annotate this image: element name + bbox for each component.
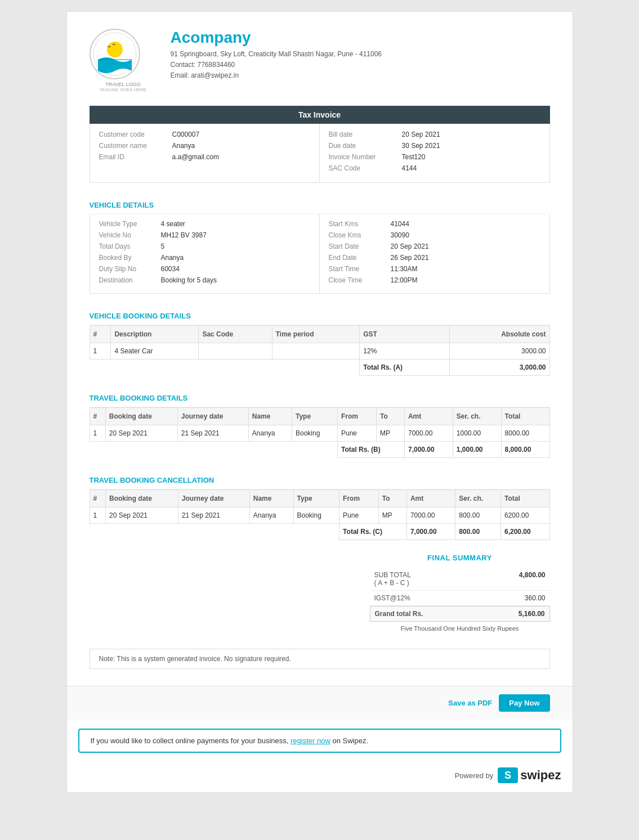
tb-col-name: Name (248, 408, 292, 425)
amount-in-words: Five Thousand One Hundred Sixty Rupees (370, 625, 550, 632)
travel-booking-title: TRAVEL BOOKING DETAILS (90, 387, 550, 407)
tc-row-name: Ananya (249, 507, 293, 524)
vehicle-no-value: MH12 BV 3987 (161, 231, 207, 239)
tc-col-booking-date: Booking date (105, 490, 178, 507)
grand-value: 5,160.00 (519, 610, 545, 618)
destination-label: Destination (99, 276, 161, 284)
travel-cancel-total-amt: 7,000.00 (406, 524, 455, 540)
tc-col-type: Type (293, 490, 339, 507)
subtotal-value: 4,800.00 (519, 571, 546, 587)
company-name: Acompany (171, 29, 382, 47)
row-description: 4 Seater Car (111, 343, 199, 360)
due-date-value: 30 Sep 2021 (402, 142, 440, 150)
tb-row-journey-date: 21 Sep 2021 (177, 425, 248, 442)
tb-row-booking-date: 20 Sep 2021 (105, 425, 177, 442)
subtotal-label: SUB TOTAL( A + B - C ) (374, 571, 411, 587)
pay-now-button[interactable]: Pay Now (499, 694, 549, 712)
travel-booking-header-row: # Booking date Journey date Name Type Fr… (90, 408, 549, 425)
summary-title: FINAL SUMMARY (370, 554, 550, 562)
end-date-value: 26 Sep 2021 (391, 254, 429, 262)
tb-col-amt: Amt (404, 408, 453, 425)
tc-row-ser: 800.00 (455, 507, 501, 524)
tb-col-journey-date: Journey date (177, 408, 248, 425)
vehicle-details-title: VEHICLE DETAILS (90, 194, 550, 214)
note-text: Note: This is a system generated invoice… (99, 655, 291, 663)
travel-booking-table: # Booking date Journey date Name Type Fr… (90, 407, 550, 458)
tc-row-total: 6200.00 (501, 507, 549, 524)
table-row: 1 4 Seater Car 12% 3000.00 (90, 343, 549, 360)
tb-row-ser: 1000.00 (453, 425, 501, 442)
tc-row-booking-date: 20 Sep 2021 (105, 507, 178, 524)
booked-by-value: Ananya (161, 254, 184, 262)
start-date-label: Start Date (329, 242, 391, 250)
close-time-label: Close Time (329, 276, 391, 284)
svg-point-1 (107, 42, 123, 57)
invoice-title: Tax Invoice (90, 106, 550, 124)
invoice-num-label: Invoice Number (329, 153, 402, 161)
company-email: Email: arati@swipez.in (171, 70, 382, 81)
travel-cancel-header-row: # Booking date Journey date Name Type Fr… (90, 490, 549, 507)
travel-cancel-total-ser: 800.00 (455, 524, 501, 540)
register-text-after: on Swipez. (332, 736, 368, 745)
col-description: Description (111, 326, 199, 343)
vehicle-total-value: 3,000.00 (449, 360, 549, 376)
col-time-period: Time period (272, 326, 360, 343)
summary-box: FINAL SUMMARY SUB TOTAL( A + B - C ) 4,8… (370, 554, 550, 632)
customer-name-label: Customer name (99, 142, 172, 150)
tc-row-journey-date: 21 Sep 2021 (178, 507, 249, 524)
close-kms-row: Close Kms 30090 (329, 231, 540, 239)
tc-row-num: 1 (90, 507, 105, 524)
save-pdf-button[interactable]: Save as PDF (448, 699, 492, 707)
row-num: 1 (90, 343, 111, 360)
start-kms-row: Start Kms 41044 (329, 220, 540, 228)
travel-cancel-total-row: Total Rs. (C) 7,000.00 800.00 6,200.00 (90, 524, 549, 540)
vehicle-booking-section: VEHICLE BOOKING DETAILS # Description Sa… (90, 305, 550, 376)
table-row: 1 20 Sep 2021 21 Sep 2021 Ananya Booking… (90, 425, 549, 442)
note-section: Note: This is a system generated invoice… (90, 649, 550, 669)
igst-row: IGST@12% 360.00 (370, 591, 550, 606)
swipez-logo: S swipez (498, 767, 561, 783)
tb-col-type: Type (292, 408, 337, 425)
tc-col-ser-ch: Ser. ch. (455, 490, 501, 507)
travel-total-total: 8,000.00 (501, 442, 549, 458)
vehicle-booking-title: VEHICLE BOOKING DETAILS (90, 305, 550, 325)
vehicle-type-label: Vehicle Type (99, 220, 161, 228)
close-kms-value: 30090 (391, 231, 409, 239)
customer-name-value: Ananya (172, 142, 195, 150)
customer-code-label: Customer code (99, 131, 172, 138)
travel-total-amt: 7,000.00 (404, 442, 453, 458)
register-now-link[interactable]: register now (291, 736, 330, 745)
travel-booking-section: TRAVEL BOOKING DETAILS # Booking date Jo… (90, 387, 550, 458)
vehicle-right-info: Start Kms 41044 Close Kms 30090 Start Da… (320, 214, 549, 293)
sac-code-row: SAC Code 4144 (329, 164, 540, 172)
invoice-num-value: Test120 (402, 153, 426, 161)
tc-col-to: To (378, 490, 406, 507)
tc-row-from: Pune (339, 507, 379, 524)
sac-code-label: SAC Code (329, 164, 402, 172)
bill-date-value: 20 Sep 2021 (402, 131, 440, 138)
col-sac: Sac Code (199, 326, 272, 343)
customer-name-row: Customer name Ananya (99, 142, 310, 150)
tb-row-to: MP (377, 425, 405, 442)
igst-value: 360.00 (525, 594, 546, 602)
tc-col-name: Name (249, 490, 293, 507)
destination-value: Booking for 5 days (161, 276, 217, 284)
total-days-value: 5 (161, 242, 165, 250)
due-date-row: Due date 30 Sep 2021 (329, 142, 540, 150)
vehicle-booking-table: # Description Sac Code Time period GST A… (90, 325, 550, 376)
customer-info: Customer code C000007 Customer name Anan… (90, 124, 320, 182)
bill-date-label: Bill date (329, 131, 402, 138)
customer-email-label: Email ID (99, 153, 172, 161)
tc-col-num: # (90, 490, 105, 507)
swipez-logo-icon: S (498, 767, 518, 783)
start-date-value: 20 Sep 2021 (391, 242, 429, 250)
start-time-row: Start Time 11:30AM (329, 265, 540, 273)
svg-text:S: S (504, 770, 511, 781)
vehicle-booking-total-row: Total Rs. (A) 3,000.00 (90, 360, 549, 376)
tb-col-from: From (337, 408, 376, 425)
travel-booking-total-label: Total Rs. (B) (337, 442, 404, 458)
booked-by-label: Booked By (99, 254, 161, 262)
tc-row-amt: 7000.00 (406, 507, 455, 524)
customer-code-row: Customer code C000007 (99, 131, 310, 138)
vehicle-no-label: Vehicle No (99, 231, 161, 239)
